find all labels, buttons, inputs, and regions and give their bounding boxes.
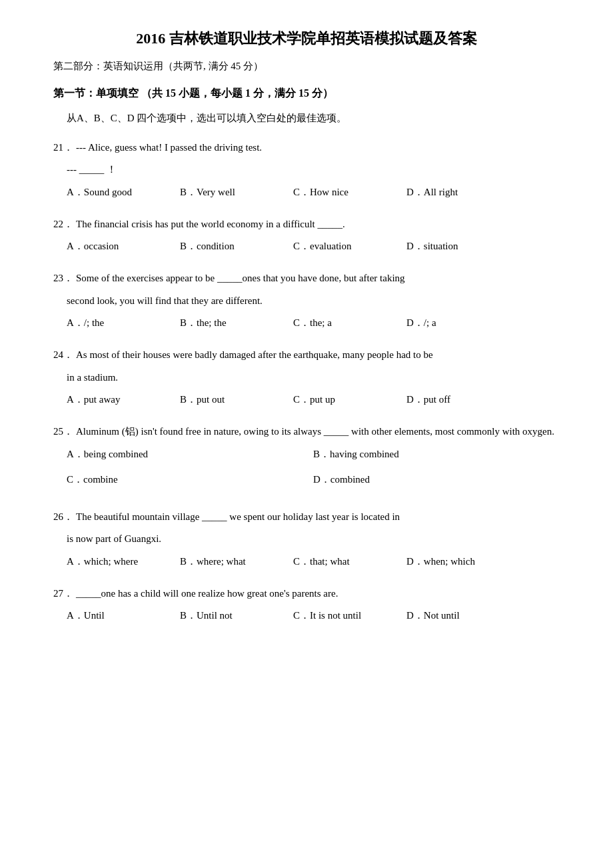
option-26-B: B．where; what — [180, 553, 287, 569]
options-row-21: A．Sound goodB．Very wellC．How niceD．All r… — [67, 184, 560, 203]
instruction: 从A、B、C、D 四个选项中，选出可以填入空白处的最佳选项。 — [67, 110, 560, 126]
option-25-C: C．combine — [67, 471, 313, 487]
options-row-22: A．occasionB．conditionC．evaluationD．situa… — [67, 238, 560, 257]
main-title: 2016 吉林铁道职业技术学院单招英语模拟试题及答案 — [53, 27, 560, 50]
option-22-D: D．situation — [406, 238, 513, 254]
option-23-B: B．the; the — [180, 315, 287, 331]
option-26-A: A．which; where — [67, 553, 173, 569]
question-24: 24．As most of their houses were badly da… — [53, 347, 560, 410]
option-21-A: A．Sound good — [67, 184, 173, 200]
option-26-C: C．that; what — [293, 553, 400, 569]
options-row-24: A．put awayB．put outC．put upD．put off — [67, 391, 560, 410]
option-23-D: D．/; a — [406, 315, 513, 331]
option-21-D: D．All right — [406, 184, 513, 200]
option-27-D: D．Not until — [406, 607, 513, 623]
questions-container: 21．--- Alice, guess what! I passed the d… — [53, 139, 560, 627]
options-twocol-25: A．being combinedB．having combinedC．combi… — [67, 446, 560, 490]
question-line-27-0: 27．_____one has a child will one realize… — [53, 585, 560, 603]
question-23: 23．Some of the exercises appear to be __… — [53, 270, 560, 333]
question-line-26-0: 26．The beautiful mountain village _____ … — [53, 509, 560, 526]
question-line-21-0: 21．--- Alice, guess what! I passed the d… — [53, 139, 560, 157]
question-27: 27．_____one has a child will one realize… — [53, 585, 560, 627]
option-21-C: C．How nice — [293, 184, 400, 200]
option-22-C: C．evaluation — [293, 238, 400, 254]
option-27-B: B．Until not — [180, 607, 287, 623]
question-line-23-1: second look, you will find that they are… — [67, 293, 560, 310]
option-25-D: D．combined — [313, 471, 560, 487]
question-line-24-1: in a stadium. — [67, 369, 560, 387]
option-25-A: A．being combined — [67, 446, 313, 462]
question-line-26-1: is now part of Guangxi. — [67, 531, 560, 548]
question-26: 26．The beautiful mountain village _____ … — [53, 509, 560, 572]
option-24-A: A．put away — [67, 391, 173, 407]
question-21: 21．--- Alice, guess what! I passed the d… — [53, 139, 560, 203]
options-row-23: A．/; theB．the; theC．the; aD．/; a — [67, 315, 560, 333]
section1-title: 第一节：单项填空 （共 15 小题，每小题 1 分，满分 15 分） — [53, 85, 560, 102]
option-23-C: C．the; a — [293, 315, 400, 331]
option-24-C: C．put up — [293, 391, 400, 407]
option-23-A: A．/; the — [67, 315, 173, 331]
question-line-25-0: 25．Aluminum (铝) isn't found free in natu… — [53, 423, 560, 441]
options-row-27: A．UntilB．Until notC．It is not untilD．Not… — [67, 607, 560, 626]
question-22: 22．The financial crisis has put the worl… — [53, 216, 560, 257]
question-line-22-0: 22．The financial crisis has put the worl… — [53, 216, 560, 233]
option-27-A: A．Until — [67, 607, 173, 623]
option-24-B: B．put out — [180, 391, 287, 407]
option-25-B: B．having combined — [313, 446, 560, 462]
option-26-D: D．when; which — [406, 553, 513, 569]
question-25: 25．Aluminum (铝) isn't found free in natu… — [53, 423, 560, 490]
question-line-24-0: 24．As most of their houses were badly da… — [53, 347, 560, 364]
part-label: 第二部分：英语知识运用（共两节, 满分 45 分） — [53, 58, 560, 74]
options-row-26: A．which; whereB．where; whatC．that; whatD… — [67, 553, 560, 572]
option-27-C: C．It is not until — [293, 607, 400, 623]
option-22-B: B．condition — [180, 238, 287, 254]
option-21-B: B．Very well — [180, 184, 287, 200]
option-22-A: A．occasion — [67, 238, 173, 254]
option-24-D: D．put off — [406, 391, 513, 407]
question-line-23-0: 23．Some of the exercises appear to be __… — [53, 270, 560, 287]
question-line-21-1: --- _____ ！ — [67, 161, 560, 179]
